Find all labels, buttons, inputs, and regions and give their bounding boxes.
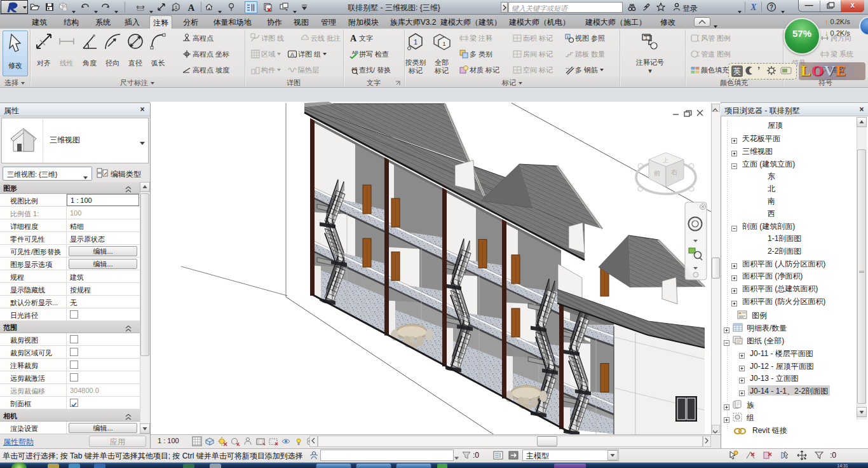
svg-text:1: 1: [414, 38, 417, 46]
svg-text:1: 1: [175, 4, 178, 10]
svg-text:A: A: [350, 34, 357, 43]
svg-text:X: X: [750, 3, 757, 12]
svg-text:?: ?: [770, 4, 773, 11]
svg-text:A: A: [188, 3, 195, 13]
svg-text:1: 1: [567, 35, 569, 39]
svg-text:上: 上: [663, 157, 668, 163]
svg-text:ABC: ABC: [352, 50, 358, 55]
svg-text:A: A: [290, 52, 294, 58]
svg-text:前: 前: [654, 170, 660, 177]
svg-text:右: 右: [671, 169, 677, 176]
svg-text:1: 1: [442, 41, 445, 47]
svg-text:1: 1: [645, 36, 648, 40]
